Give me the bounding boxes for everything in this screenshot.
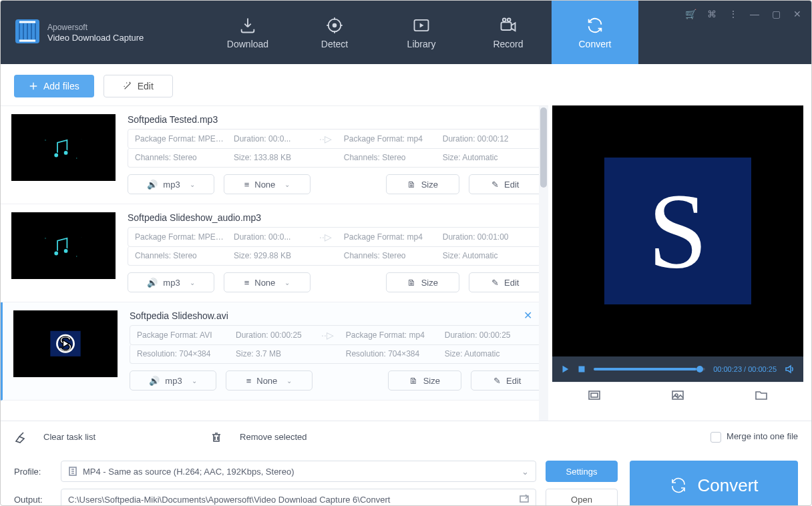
- meta-row: Package Format: AVIDuration: 00:00:25··▷…: [130, 325, 544, 345]
- subtitle-icon: ≡: [246, 376, 252, 386]
- svg-point-15: [63, 248, 68, 253]
- tab-detect[interactable]: Detect: [291, 1, 378, 64]
- preview-toolbar: [552, 382, 803, 411]
- time-display: 00:00:23 / 00:00:25: [713, 365, 777, 373]
- edit-item-button[interactable]: ✎ Edit: [471, 370, 544, 391]
- remove-item-icon[interactable]: ✕: [524, 309, 532, 322]
- file-name: Softpedia Tested.mp3: [128, 114, 542, 125]
- meta-row: Package Format: MPEG...Duration: 00:0...…: [128, 227, 542, 247]
- edit-item-button[interactable]: ✎ Edit: [469, 174, 542, 194]
- svg-rect-23: [579, 366, 585, 372]
- chevron-down-icon: ⌄: [522, 467, 529, 477]
- folder-icon[interactable]: [755, 389, 768, 405]
- format-select[interactable]: 🔊 mp3 ⌄: [128, 272, 214, 292]
- file-name: Softpedia Slideshow_audio.mp3: [128, 212, 542, 223]
- more-icon[interactable]: ⋮: [727, 9, 739, 19]
- logo-block: Apowersoft Video Download Capture: [1, 1, 204, 64]
- wand-icon: ✎: [491, 278, 499, 288]
- subtitle-icon: ≡: [244, 278, 250, 288]
- download-icon: [238, 16, 257, 35]
- profile-label: Profile:: [14, 467, 51, 477]
- seek-slider[interactable]: [594, 368, 705, 370]
- maximize-icon[interactable]: ▢: [770, 9, 782, 19]
- svg-point-9: [63, 150, 68, 155]
- open-output-button[interactable]: Open: [546, 489, 618, 506]
- preview-video: S: [552, 105, 803, 356]
- plus-icon: [29, 81, 38, 91]
- svg-point-8: [54, 153, 59, 158]
- tab-record[interactable]: Record: [465, 1, 552, 64]
- meta-row2: Channels: StereoSize: 929.88 KB··▷Channe…: [128, 246, 542, 266]
- meta-row: Package Format: MPEG...Duration: 00:0...…: [128, 129, 542, 149]
- page-icon: 🗎: [407, 180, 416, 190]
- preview-panel: S 00:00:23 / 00:00:25: [548, 105, 811, 421]
- broom-icon: [14, 431, 26, 443]
- subtitle-select[interactable]: ≡ None ⌄: [224, 272, 311, 292]
- output-path-input[interactable]: C:\Users\Softpedia-Miki\Documents\Apower…: [61, 489, 536, 506]
- svg-rect-7: [33, 128, 93, 167]
- snapshot-icon[interactable]: [671, 389, 684, 405]
- subtitle-icon: ≡: [244, 180, 250, 190]
- stop-icon[interactable]: [578, 365, 586, 373]
- record-icon: [499, 16, 518, 35]
- file-list: Softpedia Tested.mp3Package Format: MPEG…: [1, 105, 548, 421]
- wand-icon: [123, 81, 132, 91]
- scrollbar[interactable]: [539, 106, 548, 421]
- tab-convert[interactable]: Convert: [552, 1, 638, 64]
- toolbar: Add files Edit: [1, 64, 811, 105]
- page-icon: 🗎: [407, 278, 416, 288]
- meta-row2: Channels: StereoSize: 133.88 KB··▷Channe…: [128, 148, 542, 168]
- svg-rect-4: [501, 22, 512, 30]
- size-button[interactable]: 🗎 Size: [386, 174, 459, 194]
- size-button[interactable]: 🗎 Size: [388, 370, 461, 391]
- bottom-panel: Profile: MP4 - Same as source (H.264; AA…: [1, 453, 811, 506]
- clear-task-list-button[interactable]: Clear task list: [43, 432, 95, 442]
- remove-selected-button[interactable]: Remove selected: [240, 432, 307, 442]
- file-icon: [68, 467, 77, 476]
- svg-point-11: [75, 158, 77, 160]
- subtitle-select[interactable]: ≡ None ⌄: [224, 174, 311, 194]
- volume-icon[interactable]: [785, 364, 795, 374]
- subtitle-select[interactable]: ≡ None ⌄: [226, 370, 313, 391]
- browse-icon: [520, 494, 529, 505]
- arrow-icon: ··▷: [314, 232, 337, 242]
- fullscreen-icon[interactable]: [588, 389, 601, 405]
- player-bar: 00:00:23 / 00:00:25: [552, 356, 803, 382]
- convert-button[interactable]: Convert: [630, 461, 798, 506]
- file-item[interactable]: Softpedia Slideshow_audio.mp3Package For…: [1, 204, 548, 302]
- audio-icon: 🔊: [147, 180, 158, 190]
- svg-point-17: [75, 256, 77, 258]
- tab-download[interactable]: Download: [204, 1, 291, 64]
- file-name: Softpedia Slideshow.avi: [130, 310, 544, 321]
- titlebar: Apowersoft Video Download Capture Downlo…: [1, 1, 811, 64]
- thumbnail: [11, 114, 116, 181]
- svg-rect-25: [591, 393, 598, 397]
- size-button[interactable]: 🗎 Size: [386, 272, 459, 292]
- edit-button[interactable]: Edit: [104, 75, 173, 97]
- library-icon: [412, 16, 431, 35]
- tab-library[interactable]: Library: [378, 1, 465, 64]
- close-icon[interactable]: ✕: [791, 9, 803, 19]
- page-icon: 🗎: [409, 376, 418, 386]
- audio-icon: 🔊: [149, 376, 160, 386]
- apps-icon[interactable]: ⌘: [706, 9, 718, 19]
- arrow-icon: ··▷: [314, 134, 337, 144]
- settings-button[interactable]: Settings: [546, 461, 618, 482]
- file-item[interactable]: ✕SSoftpedia Slideshow.aviPackage Format:…: [1, 302, 548, 401]
- merge-checkbox[interactable]: Merge into one file: [710, 431, 798, 443]
- cart-icon[interactable]: 🛒: [684, 9, 696, 19]
- file-item[interactable]: Softpedia Tested.mp3Package Format: MPEG…: [1, 106, 548, 204]
- convert-icon: [669, 476, 688, 495]
- play-icon[interactable]: [560, 364, 570, 374]
- svg-point-6: [508, 18, 511, 21]
- minimize-icon[interactable]: —: [749, 9, 761, 19]
- edit-item-button[interactable]: ✎ Edit: [469, 272, 542, 292]
- add-files-button[interactable]: Add files: [14, 75, 94, 97]
- format-select[interactable]: 🔊 mp3 ⌄: [128, 174, 214, 194]
- brand-product: Video Download Capture: [47, 33, 144, 43]
- format-select[interactable]: 🔊 mp3 ⌄: [130, 370, 216, 391]
- svg-point-16: [45, 238, 47, 240]
- svg-point-14: [54, 251, 59, 256]
- thumbnail: [11, 212, 116, 279]
- profile-select[interactable]: MP4 - Same as source (H.264; AAC, 192Kbp…: [61, 461, 536, 482]
